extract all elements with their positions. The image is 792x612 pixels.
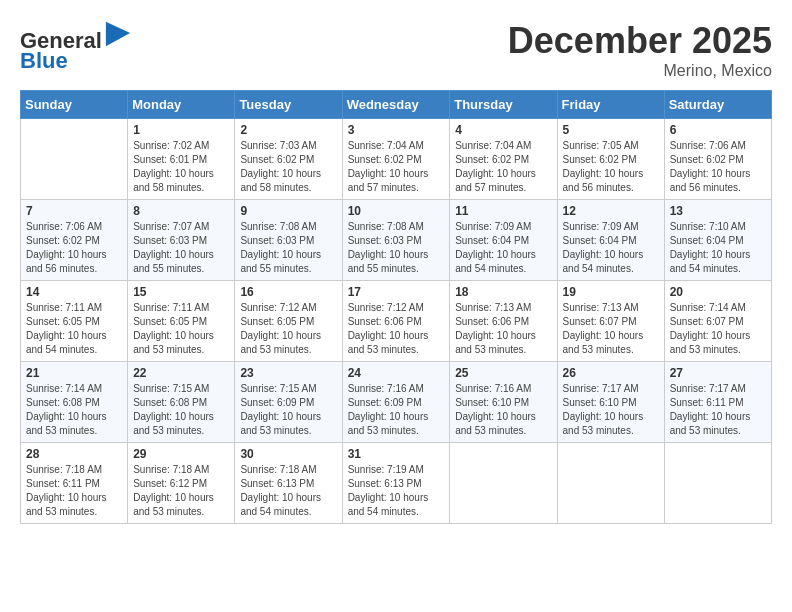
logo-blue: Blue: [20, 48, 68, 73]
calendar-week-row: 21Sunrise: 7:14 AM Sunset: 6:08 PM Dayli…: [21, 362, 772, 443]
day-number: 6: [670, 123, 766, 137]
day-number: 2: [240, 123, 336, 137]
day-info: Sunrise: 7:06 AM Sunset: 6:02 PM Dayligh…: [670, 139, 766, 195]
day-number: 7: [26, 204, 122, 218]
day-number: 3: [348, 123, 445, 137]
day-number: 18: [455, 285, 551, 299]
calendar-week-row: 14Sunrise: 7:11 AM Sunset: 6:05 PM Dayli…: [21, 281, 772, 362]
day-info: Sunrise: 7:09 AM Sunset: 6:04 PM Dayligh…: [563, 220, 659, 276]
calendar-day-cell: 24Sunrise: 7:16 AM Sunset: 6:09 PM Dayli…: [342, 362, 450, 443]
day-info: Sunrise: 7:05 AM Sunset: 6:02 PM Dayligh…: [563, 139, 659, 195]
day-info: Sunrise: 7:17 AM Sunset: 6:11 PM Dayligh…: [670, 382, 766, 438]
svg-marker-0: [106, 22, 130, 46]
calendar-day-header: Wednesday: [342, 91, 450, 119]
calendar-week-row: 7Sunrise: 7:06 AM Sunset: 6:02 PM Daylig…: [21, 200, 772, 281]
day-number: 27: [670, 366, 766, 380]
calendar-day-cell: [557, 443, 664, 524]
day-info: Sunrise: 7:12 AM Sunset: 6:05 PM Dayligh…: [240, 301, 336, 357]
calendar-day-header: Saturday: [664, 91, 771, 119]
day-info: Sunrise: 7:04 AM Sunset: 6:02 PM Dayligh…: [348, 139, 445, 195]
day-info: Sunrise: 7:09 AM Sunset: 6:04 PM Dayligh…: [455, 220, 551, 276]
day-info: Sunrise: 7:04 AM Sunset: 6:02 PM Dayligh…: [455, 139, 551, 195]
calendar-day-cell: 2Sunrise: 7:03 AM Sunset: 6:02 PM Daylig…: [235, 119, 342, 200]
day-number: 14: [26, 285, 122, 299]
day-info: Sunrise: 7:06 AM Sunset: 6:02 PM Dayligh…: [26, 220, 122, 276]
day-number: 22: [133, 366, 229, 380]
calendar-week-row: 28Sunrise: 7:18 AM Sunset: 6:11 PM Dayli…: [21, 443, 772, 524]
calendar-day-cell: 11Sunrise: 7:09 AM Sunset: 6:04 PM Dayli…: [450, 200, 557, 281]
day-info: Sunrise: 7:12 AM Sunset: 6:06 PM Dayligh…: [348, 301, 445, 357]
calendar-day-cell: [664, 443, 771, 524]
day-number: 15: [133, 285, 229, 299]
calendar-day-cell: 19Sunrise: 7:13 AM Sunset: 6:07 PM Dayli…: [557, 281, 664, 362]
day-number: 10: [348, 204, 445, 218]
calendar-day-cell: [450, 443, 557, 524]
logo-icon: [104, 20, 132, 48]
calendar-day-cell: 9Sunrise: 7:08 AM Sunset: 6:03 PM Daylig…: [235, 200, 342, 281]
day-number: 19: [563, 285, 659, 299]
day-number: 17: [348, 285, 445, 299]
day-info: Sunrise: 7:14 AM Sunset: 6:07 PM Dayligh…: [670, 301, 766, 357]
calendar-day-cell: 16Sunrise: 7:12 AM Sunset: 6:05 PM Dayli…: [235, 281, 342, 362]
calendar-day-cell: 20Sunrise: 7:14 AM Sunset: 6:07 PM Dayli…: [664, 281, 771, 362]
calendar-day-header: Friday: [557, 91, 664, 119]
day-info: Sunrise: 7:18 AM Sunset: 6:11 PM Dayligh…: [26, 463, 122, 519]
subtitle: Merino, Mexico: [508, 62, 772, 80]
day-info: Sunrise: 7:11 AM Sunset: 6:05 PM Dayligh…: [133, 301, 229, 357]
calendar-day-cell: 30Sunrise: 7:18 AM Sunset: 6:13 PM Dayli…: [235, 443, 342, 524]
calendar-day-cell: 22Sunrise: 7:15 AM Sunset: 6:08 PM Dayli…: [128, 362, 235, 443]
calendar-day-header: Thursday: [450, 91, 557, 119]
day-number: 1: [133, 123, 229, 137]
day-number: 28: [26, 447, 122, 461]
calendar-day-cell: 8Sunrise: 7:07 AM Sunset: 6:03 PM Daylig…: [128, 200, 235, 281]
calendar-day-header: Tuesday: [235, 91, 342, 119]
day-info: Sunrise: 7:17 AM Sunset: 6:10 PM Dayligh…: [563, 382, 659, 438]
calendar-day-cell: 12Sunrise: 7:09 AM Sunset: 6:04 PM Dayli…: [557, 200, 664, 281]
day-number: 29: [133, 447, 229, 461]
day-info: Sunrise: 7:10 AM Sunset: 6:04 PM Dayligh…: [670, 220, 766, 276]
calendar-day-cell: 23Sunrise: 7:15 AM Sunset: 6:09 PM Dayli…: [235, 362, 342, 443]
calendar-day-cell: 15Sunrise: 7:11 AM Sunset: 6:05 PM Dayli…: [128, 281, 235, 362]
calendar-day-cell: 6Sunrise: 7:06 AM Sunset: 6:02 PM Daylig…: [664, 119, 771, 200]
calendar-table: SundayMondayTuesdayWednesdayThursdayFrid…: [20, 90, 772, 524]
calendar-day-cell: 26Sunrise: 7:17 AM Sunset: 6:10 PM Dayli…: [557, 362, 664, 443]
day-number: 12: [563, 204, 659, 218]
day-info: Sunrise: 7:15 AM Sunset: 6:08 PM Dayligh…: [133, 382, 229, 438]
day-info: Sunrise: 7:14 AM Sunset: 6:08 PM Dayligh…: [26, 382, 122, 438]
day-number: 4: [455, 123, 551, 137]
calendar-day-cell: 31Sunrise: 7:19 AM Sunset: 6:13 PM Dayli…: [342, 443, 450, 524]
day-info: Sunrise: 7:11 AM Sunset: 6:05 PM Dayligh…: [26, 301, 122, 357]
day-number: 5: [563, 123, 659, 137]
logo: General Blue: [20, 20, 132, 73]
calendar-day-cell: 17Sunrise: 7:12 AM Sunset: 6:06 PM Dayli…: [342, 281, 450, 362]
day-number: 31: [348, 447, 445, 461]
day-number: 21: [26, 366, 122, 380]
day-info: Sunrise: 7:18 AM Sunset: 6:13 PM Dayligh…: [240, 463, 336, 519]
calendar-day-cell: 21Sunrise: 7:14 AM Sunset: 6:08 PM Dayli…: [21, 362, 128, 443]
page-header: General Blue December 2025 Merino, Mexic…: [20, 20, 772, 80]
calendar-day-cell: 13Sunrise: 7:10 AM Sunset: 6:04 PM Dayli…: [664, 200, 771, 281]
calendar-day-cell: 10Sunrise: 7:08 AM Sunset: 6:03 PM Dayli…: [342, 200, 450, 281]
calendar-day-cell: 5Sunrise: 7:05 AM Sunset: 6:02 PM Daylig…: [557, 119, 664, 200]
calendar-week-row: 1Sunrise: 7:02 AM Sunset: 6:01 PM Daylig…: [21, 119, 772, 200]
day-number: 16: [240, 285, 336, 299]
day-number: 23: [240, 366, 336, 380]
calendar-day-header: Monday: [128, 91, 235, 119]
calendar-day-header: Sunday: [21, 91, 128, 119]
main-title: December 2025: [508, 20, 772, 62]
day-info: Sunrise: 7:02 AM Sunset: 6:01 PM Dayligh…: [133, 139, 229, 195]
day-info: Sunrise: 7:18 AM Sunset: 6:12 PM Dayligh…: [133, 463, 229, 519]
calendar-header-row: SundayMondayTuesdayWednesdayThursdayFrid…: [21, 91, 772, 119]
day-info: Sunrise: 7:13 AM Sunset: 6:07 PM Dayligh…: [563, 301, 659, 357]
day-number: 24: [348, 366, 445, 380]
calendar-day-cell: 1Sunrise: 7:02 AM Sunset: 6:01 PM Daylig…: [128, 119, 235, 200]
calendar-day-cell: 7Sunrise: 7:06 AM Sunset: 6:02 PM Daylig…: [21, 200, 128, 281]
calendar-day-cell: 3Sunrise: 7:04 AM Sunset: 6:02 PM Daylig…: [342, 119, 450, 200]
day-number: 11: [455, 204, 551, 218]
calendar-day-cell: 25Sunrise: 7:16 AM Sunset: 6:10 PM Dayli…: [450, 362, 557, 443]
calendar-day-cell: 28Sunrise: 7:18 AM Sunset: 6:11 PM Dayli…: [21, 443, 128, 524]
day-info: Sunrise: 7:07 AM Sunset: 6:03 PM Dayligh…: [133, 220, 229, 276]
day-info: Sunrise: 7:16 AM Sunset: 6:10 PM Dayligh…: [455, 382, 551, 438]
calendar-day-cell: 27Sunrise: 7:17 AM Sunset: 6:11 PM Dayli…: [664, 362, 771, 443]
day-info: Sunrise: 7:16 AM Sunset: 6:09 PM Dayligh…: [348, 382, 445, 438]
